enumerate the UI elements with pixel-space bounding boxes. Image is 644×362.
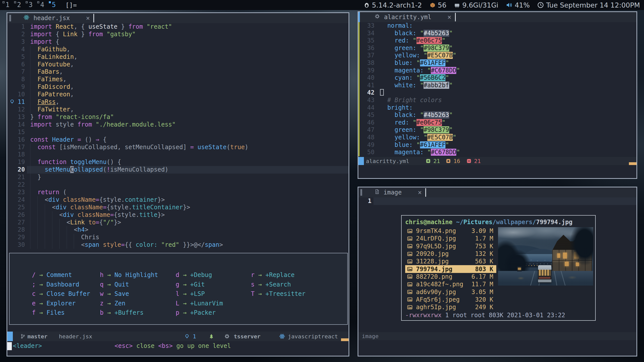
- code-line[interactable]: 16const Header = () ⇒ {: [7, 136, 349, 144]
- code-line[interactable]: 33 normal:: [358, 22, 636, 30]
- code-line[interactable]: 4 FaGithub,: [7, 46, 349, 53]
- file-row[interactable]: 882720.png6.17 M: [405, 273, 496, 280]
- code-line[interactable]: 12 FaTwitter,: [7, 106, 349, 113]
- code-line[interactable]: 10 FaPatreon,: [7, 91, 349, 98]
- whichkey-binding[interactable]: p → +Packer: [176, 308, 223, 318]
- code-line[interactable]: 44 bright:: [358, 104, 636, 112]
- code-line[interactable]: 20 setMenuCollapsed(!isMenuCollapsed): [7, 166, 349, 174]
- code-line[interactable]: 35 red: "#e06c75": [358, 37, 636, 45]
- file-row[interactable]: 31228.jpg563 K: [405, 258, 496, 265]
- code-line[interactable]: 25 <div className={style.titleContainer}…: [7, 204, 349, 211]
- workspace-button-2[interactable]: 2: [14, 0, 25, 10]
- whichkey-binding[interactable]: T → +Treesitter: [251, 289, 306, 299]
- code-line[interactable]: 48 yellow: "#E5C07B": [358, 134, 636, 141]
- code-line[interactable]: 17 const [isMenuCollapsed, setMenuCollap…: [7, 144, 349, 151]
- code-line[interactable]: 21 }: [7, 174, 349, 181]
- code-line[interactable]: 27 <Link to={"/"}>: [7, 219, 349, 226]
- file-row[interactable]: 9rsmTK4.png3.09 M: [405, 227, 496, 235]
- code-line[interactable]: 7 FaBars,: [7, 68, 349, 76]
- code-line[interactable]: 41 white: "#abb2bf": [358, 82, 636, 89]
- whichkey-binding[interactable]: L → +LunarVim: [176, 299, 223, 308]
- code-line[interactable]: 11 FaRss,: [7, 98, 349, 106]
- code-line[interactable]: 28 <h4>: [7, 226, 349, 234]
- code-line[interactable]: 49 blue: "#61AFEF": [358, 141, 636, 149]
- layout-indicator[interactable]: []=: [65, 2, 77, 9]
- code-line[interactable]: 14import style from "./header.module.les…: [7, 121, 349, 129]
- code-area[interactable]: 1: [358, 197, 636, 205]
- code-line[interactable]: 45 black: "#4b5263": [358, 111, 636, 119]
- whichkey-binding[interactable]: ; → Dashboard: [32, 280, 90, 290]
- file-row[interactable]: AFq5r6j.jpeg320 K: [405, 296, 496, 303]
- whichkey-binding[interactable]: d → +Debug: [176, 270, 223, 280]
- code-line[interactable]: 50 magenta: "#C678DD": [358, 149, 636, 156]
- code-line[interactable]: 8 FaTimes,: [7, 76, 349, 83]
- whichkey-binding[interactable]: b → +Buffers: [100, 308, 158, 318]
- code-line[interactable]: 1import React, { useState } from "react": [7, 23, 349, 31]
- file-row[interactable]: 97q9L5D.jpg753 K: [405, 243, 496, 250]
- code-line[interactable]: 46 red: "#e06c75": [358, 119, 636, 127]
- editor-window-alacritty-yml[interactable]: alacritty.yml × 33 normal:34 black: "#4b…: [358, 11, 637, 179]
- code-line[interactable]: 22: [7, 181, 349, 189]
- workspace-button-4[interactable]: 4: [37, 0, 48, 10]
- code-line[interactable]: 24 <div className={style.container}>: [7, 196, 349, 204]
- whichkey-binding[interactable]: e → Explorer: [32, 299, 90, 308]
- code-line[interactable]: 2import { Link } from "gatsby": [7, 31, 349, 38]
- code-line[interactable]: 19 function toggleMenu() {: [7, 158, 349, 166]
- whichkey-binding[interactable]: f → Files: [32, 308, 90, 318]
- whichkey-binding[interactable]: r → +Replace: [251, 270, 306, 280]
- file-row[interactable]: a19c482f~.png11.7 M: [405, 280, 496, 288]
- code-line[interactable]: 23 return (: [7, 189, 349, 196]
- code-line[interactable]: 36 green: "#98C379": [358, 45, 636, 52]
- code-line[interactable]: 13} from "react-icons/fa": [7, 113, 349, 121]
- close-icon[interactable]: ×: [86, 14, 90, 22]
- code-line[interactable]: 40 cyan: "#56B6C2": [358, 74, 636, 82]
- whichkey-binding[interactable]: h → No Highlight: [100, 270, 158, 280]
- file-row[interactable]: 24LrDFQ.jpg1.7 M: [405, 235, 496, 242]
- code-line[interactable]: 18: [7, 151, 349, 158]
- tab-image[interactable]: image ×: [358, 189, 422, 196]
- file-row[interactable]: aghr5Ip.jpg249 K: [405, 303, 496, 311]
- code-line[interactable]: 26 <div className={style.title}>: [7, 211, 349, 219]
- whichkey-binding[interactable]: q → Quit: [100, 280, 158, 290]
- line-number: 46: [358, 119, 376, 127]
- whichkey-binding[interactable]: s → +Search: [251, 280, 306, 290]
- code-line[interactable]: 1: [358, 197, 636, 205]
- whichkey-binding[interactable]: z → Zen: [100, 299, 158, 308]
- code-line[interactable]: 38 blue: "#61AFEF": [358, 59, 636, 67]
- code-line[interactable]: 30 <span style={{ color: "red" }}>@</spa…: [7, 241, 349, 249]
- code-line[interactable]: 29 Chris: [7, 234, 349, 241]
- file-row[interactable]: 799794.jpg803 K: [405, 265, 496, 273]
- code-line[interactable]: 6 FaYoutube,: [7, 61, 349, 68]
- code-line[interactable]: 5 FaLinkedin,: [7, 53, 349, 61]
- workspace-button-5[interactable]: 5: [48, 0, 60, 10]
- whichkey-binding[interactable]: c → Close Buffer: [32, 289, 90, 299]
- code-line[interactable]: 37 yellow: "#E5C07B": [358, 52, 636, 59]
- code-line[interactable]: 43 # Bright colors: [358, 97, 636, 104]
- code-line[interactable]: 47 green: "#98C379": [358, 126, 636, 134]
- code-area[interactable]: 33 normal:34 black: "#4b5263"35 red: "#e…: [358, 22, 636, 156]
- code-line[interactable]: 15: [7, 129, 349, 136]
- code-line[interactable]: 9 FaDiscord,: [7, 83, 349, 91]
- tab-header-jsx[interactable]: header.jsx ×: [7, 14, 90, 22]
- whichkey-binding[interactable]: l → +LSP: [176, 289, 223, 299]
- file-row[interactable]: 20920.jpg132 K: [405, 250, 496, 258]
- whichkey-binding[interactable]: w → Save: [100, 289, 158, 299]
- code-line[interactable]: 34 black: "#4b5263": [358, 30, 636, 37]
- code-line[interactable]: 42: [358, 89, 636, 97]
- close-icon[interactable]: ×: [418, 189, 422, 196]
- whichkey-key: /: [32, 271, 35, 278]
- status-module: 41%: [506, 1, 530, 9]
- file-row[interactable]: ad6v90y.jpg3.05 M: [405, 288, 496, 296]
- workspace-button-1[interactable]: 1: [2, 0, 14, 10]
- whichkey-binding[interactable]: g → +Git: [176, 280, 223, 290]
- code-area[interactable]: 1import React, { useState } from "react"…: [7, 23, 349, 249]
- whichkey-binding[interactable]: / → Comment: [32, 270, 90, 280]
- close-icon[interactable]: ×: [447, 13, 451, 21]
- editor-window-header-jsx[interactable]: header.jsx × 1import React, { useState }…: [7, 12, 349, 356]
- code-line[interactable]: 39 magenta: "#C678DD": [358, 67, 636, 74]
- command-line[interactable]: <leader><esc> close <bs> go up one level: [7, 341, 349, 351]
- tab-alacritty-yml[interactable]: alacritty.yml ×: [358, 13, 451, 21]
- editor-window-image[interactable]: image × 1 chris@machine ~/Pictures/wallp…: [358, 187, 637, 356]
- code-line[interactable]: 3import {: [7, 38, 349, 46]
- workspace-button-3[interactable]: 3: [25, 0, 37, 10]
